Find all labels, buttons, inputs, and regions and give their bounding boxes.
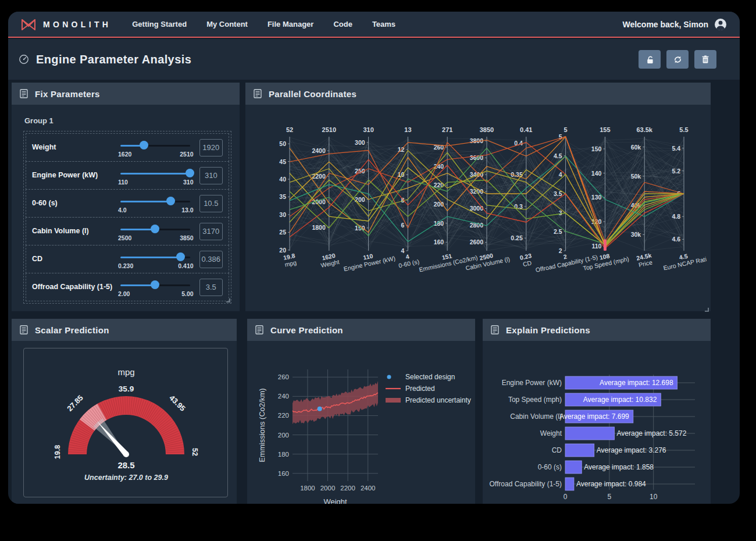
svg-text:4.6: 4.6 bbox=[672, 236, 680, 243]
slider-value-box[interactable]: 10.5 bbox=[199, 195, 223, 212]
svg-text:Weight: Weight bbox=[323, 497, 347, 504]
svg-text:Cabin Volume (l): Cabin Volume (l) bbox=[510, 412, 562, 421]
svg-text:310: 310 bbox=[363, 126, 373, 133]
explain-predictions-header: Explain Predictions bbox=[483, 319, 711, 341]
slider-track-area[interactable]: 110310 bbox=[120, 169, 190, 178]
parallel-coordinates-header: Parallel Coordinates bbox=[245, 83, 711, 105]
page-header: Engine Parameter Analysis bbox=[8, 39, 740, 80]
svg-text:240: 240 bbox=[278, 393, 289, 400]
curve-prediction-body: 1800200022002400160180200220240260Emmiss… bbox=[247, 341, 475, 504]
slider-row-3: Cabin Volume (l)250038503170 bbox=[26, 217, 229, 245]
svg-text:60k: 60k bbox=[631, 144, 641, 151]
nav-item-teams[interactable]: Teams bbox=[372, 20, 395, 29]
curve-prediction-panel: Curve Prediction 18002000220024001601802… bbox=[247, 319, 475, 504]
slider-value-box[interactable]: 1920 bbox=[199, 139, 223, 156]
slider-track-area[interactable]: 25003850 bbox=[120, 225, 190, 234]
slider-fill bbox=[120, 284, 155, 286]
parallel-coordinates-chart[interactable]: 522025303540455019.8mpg25101800200022002… bbox=[245, 105, 711, 311]
nav-item-code[interactable]: Code bbox=[333, 20, 352, 29]
slider-value-box[interactable]: 3.5 bbox=[199, 279, 223, 296]
svg-text:Average impact: 7.699: Average impact: 7.699 bbox=[559, 412, 629, 421]
svg-text:Average impact: 5.572: Average impact: 5.572 bbox=[617, 429, 687, 437]
svg-text:2400: 2400 bbox=[361, 485, 376, 492]
nav-item-getting-started[interactable]: Getting Started bbox=[132, 20, 187, 29]
svg-text:Emmissions (Co2/km): Emmissions (Co2/km) bbox=[258, 388, 266, 462]
mpg-gauge[interactable]: mpg35.927.8543.9519.85228.5Uncertainty: … bbox=[24, 348, 227, 497]
fix-parameters-body: Group 1 Weight162025101920Engine Power (… bbox=[12, 116, 240, 304]
nav-items: Getting Started My Content File Manager … bbox=[132, 20, 395, 29]
svg-text:220: 220 bbox=[278, 412, 289, 419]
svg-text:50: 50 bbox=[279, 140, 286, 147]
slider-fill bbox=[120, 173, 190, 175]
slider-track-area[interactable]: 2.005.00 bbox=[120, 280, 190, 290]
slider-thumb[interactable] bbox=[176, 252, 185, 261]
slider-max-label: 0.410 bbox=[178, 262, 193, 269]
parallel-coordinates-body: 522025303540455019.8mpg25101800200022002… bbox=[245, 105, 711, 314]
scalar-prediction-header: Scalar Prediction bbox=[12, 319, 237, 341]
svg-text:27.85: 27.85 bbox=[65, 393, 85, 413]
svg-text:Average impact: 3.276: Average impact: 3.276 bbox=[597, 446, 666, 454]
panel-doc-icon bbox=[255, 325, 263, 334]
svg-text:271: 271 bbox=[442, 126, 452, 133]
svg-text:40: 40 bbox=[279, 176, 286, 183]
svg-text:43.95: 43.95 bbox=[167, 393, 187, 413]
explain-predictions-chart[interactable]: Engine Power (kW)Average impact: 12.698T… bbox=[483, 341, 711, 504]
slider-max-label: 5.00 bbox=[181, 290, 193, 297]
fix-parameters-header: Fix Parameters bbox=[12, 83, 240, 105]
resize-grip[interactable] bbox=[226, 298, 230, 302]
slider-thumb[interactable] bbox=[140, 141, 148, 150]
panel-doc-icon bbox=[20, 325, 28, 334]
svg-text:5.5: 5.5 bbox=[679, 126, 688, 133]
slider-track-area[interactable]: 0.2300.410 bbox=[120, 252, 190, 262]
avatar-icon[interactable] bbox=[714, 18, 727, 31]
svg-text:45: 45 bbox=[279, 158, 286, 165]
brand[interactable]: MONOLITH bbox=[21, 18, 111, 31]
brand-name: MONOLITH bbox=[43, 20, 111, 29]
slider-thumb[interactable] bbox=[186, 169, 194, 177]
svg-text:0.41: 0.41 bbox=[520, 126, 532, 133]
svg-text:200: 200 bbox=[278, 432, 289, 439]
svg-text:mpg: mpg bbox=[117, 367, 134, 377]
slider-fill bbox=[120, 229, 155, 230]
slider-thumb[interactable] bbox=[151, 280, 159, 289]
delete-button[interactable] bbox=[694, 50, 716, 69]
slider-fill bbox=[120, 257, 181, 258]
slider-thumb[interactable] bbox=[151, 225, 159, 233]
svg-text:0: 0 bbox=[564, 493, 568, 501]
svg-text:5.2: 5.2 bbox=[672, 168, 680, 175]
gauge-card: mpg35.927.8543.9519.85228.5Uncertainty: … bbox=[23, 348, 228, 497]
slider-max-label: 13.0 bbox=[181, 207, 193, 213]
svg-text:160: 160 bbox=[278, 470, 289, 477]
slider-track-area[interactable]: 16202510 bbox=[120, 141, 190, 150]
svg-text:Selected design: Selected design bbox=[405, 373, 455, 381]
slider-value-box[interactable]: 0.386 bbox=[199, 251, 223, 268]
slider-min-label: 0.230 bbox=[118, 262, 133, 269]
resize-grip[interactable] bbox=[705, 308, 709, 312]
svg-text:155: 155 bbox=[600, 126, 610, 133]
slider-row-0: Weight162025101920 bbox=[26, 133, 229, 162]
nav-item-file-manager[interactable]: File Manager bbox=[268, 20, 313, 29]
svg-text:Engine Power (kW): Engine Power (kW) bbox=[502, 379, 562, 387]
top-nav: MONOLITH Getting Started My Content File… bbox=[8, 12, 740, 38]
slider-min-label: 110 bbox=[118, 179, 128, 186]
svg-text:130: 130 bbox=[591, 194, 602, 201]
refresh-button[interactable] bbox=[666, 50, 689, 69]
slider-label: 0-60 (s) bbox=[32, 200, 120, 208]
slider-label: Offroad Capability (1-5) bbox=[32, 283, 120, 291]
svg-text:Weight: Weight bbox=[540, 429, 562, 437]
svg-text:260: 260 bbox=[278, 373, 289, 380]
slider-value-box[interactable]: 310 bbox=[199, 167, 223, 184]
slider-max-label: 2510 bbox=[180, 151, 193, 158]
explain-predictions-body: Engine Power (kW)Average impact: 12.698T… bbox=[483, 341, 711, 504]
nav-item-my-content[interactable]: My Content bbox=[206, 20, 248, 29]
svg-text:50k: 50k bbox=[631, 173, 641, 180]
slider-value-box[interactable]: 3170 bbox=[199, 223, 223, 240]
slider-max-label: 310 bbox=[183, 179, 194, 186]
page-title: Engine Parameter Analysis bbox=[36, 53, 191, 66]
slider-thumb[interactable] bbox=[166, 197, 175, 205]
svg-text:5: 5 bbox=[608, 493, 612, 501]
unlock-button[interactable] bbox=[639, 50, 661, 69]
panel-doc-icon bbox=[491, 325, 499, 334]
curve-prediction-chart[interactable]: 1800200022002400160180200220240260Emmiss… bbox=[247, 341, 475, 504]
slider-track-area[interactable]: 4.013.0 bbox=[120, 197, 190, 206]
